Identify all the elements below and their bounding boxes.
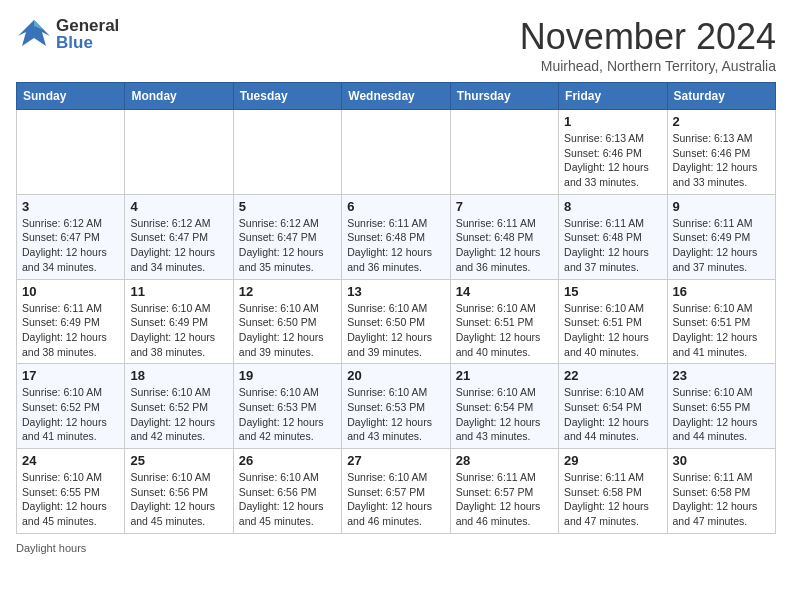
footer-text: Daylight hours bbox=[16, 542, 86, 554]
day-number: 28 bbox=[456, 453, 553, 468]
calendar-cell: 6Sunrise: 6:11 AM Sunset: 6:48 PM Daylig… bbox=[342, 194, 450, 279]
day-info: Sunrise: 6:10 AM Sunset: 6:50 PM Dayligh… bbox=[239, 301, 336, 360]
calendar-cell: 11Sunrise: 6:10 AM Sunset: 6:49 PM Dayli… bbox=[125, 279, 233, 364]
day-info: Sunrise: 6:11 AM Sunset: 6:49 PM Dayligh… bbox=[673, 216, 770, 275]
day-info: Sunrise: 6:12 AM Sunset: 6:47 PM Dayligh… bbox=[22, 216, 119, 275]
calendar-cell: 23Sunrise: 6:10 AM Sunset: 6:55 PM Dayli… bbox=[667, 364, 775, 449]
day-info: Sunrise: 6:10 AM Sunset: 6:51 PM Dayligh… bbox=[673, 301, 770, 360]
day-number: 27 bbox=[347, 453, 444, 468]
day-info: Sunrise: 6:11 AM Sunset: 6:57 PM Dayligh… bbox=[456, 470, 553, 529]
day-info: Sunrise: 6:10 AM Sunset: 6:54 PM Dayligh… bbox=[456, 385, 553, 444]
calendar-cell: 10Sunrise: 6:11 AM Sunset: 6:49 PM Dayli… bbox=[17, 279, 125, 364]
calendar-cell: 8Sunrise: 6:11 AM Sunset: 6:48 PM Daylig… bbox=[559, 194, 667, 279]
day-info: Sunrise: 6:11 AM Sunset: 6:48 PM Dayligh… bbox=[347, 216, 444, 275]
calendar-day-header: Thursday bbox=[450, 83, 558, 110]
calendar-cell: 25Sunrise: 6:10 AM Sunset: 6:56 PM Dayli… bbox=[125, 449, 233, 534]
day-number: 17 bbox=[22, 368, 119, 383]
calendar-cell: 26Sunrise: 6:10 AM Sunset: 6:56 PM Dayli… bbox=[233, 449, 341, 534]
calendar-cell: 18Sunrise: 6:10 AM Sunset: 6:52 PM Dayli… bbox=[125, 364, 233, 449]
day-info: Sunrise: 6:10 AM Sunset: 6:54 PM Dayligh… bbox=[564, 385, 661, 444]
calendar-cell: 12Sunrise: 6:10 AM Sunset: 6:50 PM Dayli… bbox=[233, 279, 341, 364]
day-info: Sunrise: 6:10 AM Sunset: 6:50 PM Dayligh… bbox=[347, 301, 444, 360]
day-info: Sunrise: 6:13 AM Sunset: 6:46 PM Dayligh… bbox=[673, 131, 770, 190]
calendar-week-row: 17Sunrise: 6:10 AM Sunset: 6:52 PM Dayli… bbox=[17, 364, 776, 449]
calendar-day-header: Tuesday bbox=[233, 83, 341, 110]
logo-bird-icon bbox=[16, 16, 52, 52]
day-info: Sunrise: 6:10 AM Sunset: 6:52 PM Dayligh… bbox=[22, 385, 119, 444]
day-number: 11 bbox=[130, 284, 227, 299]
day-info: Sunrise: 6:11 AM Sunset: 6:48 PM Dayligh… bbox=[564, 216, 661, 275]
day-number: 10 bbox=[22, 284, 119, 299]
calendar-cell: 19Sunrise: 6:10 AM Sunset: 6:53 PM Dayli… bbox=[233, 364, 341, 449]
calendar-cell bbox=[233, 110, 341, 195]
day-number: 26 bbox=[239, 453, 336, 468]
calendar-cell: 14Sunrise: 6:10 AM Sunset: 6:51 PM Dayli… bbox=[450, 279, 558, 364]
calendar-cell: 7Sunrise: 6:11 AM Sunset: 6:48 PM Daylig… bbox=[450, 194, 558, 279]
day-info: Sunrise: 6:10 AM Sunset: 6:51 PM Dayligh… bbox=[456, 301, 553, 360]
calendar-cell: 9Sunrise: 6:11 AM Sunset: 6:49 PM Daylig… bbox=[667, 194, 775, 279]
day-number: 29 bbox=[564, 453, 661, 468]
calendar-cell: 30Sunrise: 6:11 AM Sunset: 6:58 PM Dayli… bbox=[667, 449, 775, 534]
day-info: Sunrise: 6:10 AM Sunset: 6:53 PM Dayligh… bbox=[239, 385, 336, 444]
day-info: Sunrise: 6:12 AM Sunset: 6:47 PM Dayligh… bbox=[130, 216, 227, 275]
calendar-cell: 27Sunrise: 6:10 AM Sunset: 6:57 PM Dayli… bbox=[342, 449, 450, 534]
day-info: Sunrise: 6:10 AM Sunset: 6:52 PM Dayligh… bbox=[130, 385, 227, 444]
calendar-cell: 5Sunrise: 6:12 AM Sunset: 6:47 PM Daylig… bbox=[233, 194, 341, 279]
day-info: Sunrise: 6:10 AM Sunset: 6:57 PM Dayligh… bbox=[347, 470, 444, 529]
day-number: 16 bbox=[673, 284, 770, 299]
calendar-cell: 15Sunrise: 6:10 AM Sunset: 6:51 PM Dayli… bbox=[559, 279, 667, 364]
calendar-day-header: Saturday bbox=[667, 83, 775, 110]
day-info: Sunrise: 6:11 AM Sunset: 6:58 PM Dayligh… bbox=[564, 470, 661, 529]
calendar-cell: 29Sunrise: 6:11 AM Sunset: 6:58 PM Dayli… bbox=[559, 449, 667, 534]
month-title: November 2024 bbox=[520, 16, 776, 58]
location-text: Muirhead, Northern Territory, Australia bbox=[520, 58, 776, 74]
logo: General Blue bbox=[16, 16, 119, 52]
footer: Daylight hours bbox=[16, 542, 776, 554]
calendar-cell: 1Sunrise: 6:13 AM Sunset: 6:46 PM Daylig… bbox=[559, 110, 667, 195]
day-number: 22 bbox=[564, 368, 661, 383]
day-number: 12 bbox=[239, 284, 336, 299]
day-number: 5 bbox=[239, 199, 336, 214]
calendar-cell: 17Sunrise: 6:10 AM Sunset: 6:52 PM Dayli… bbox=[17, 364, 125, 449]
calendar-cell: 28Sunrise: 6:11 AM Sunset: 6:57 PM Dayli… bbox=[450, 449, 558, 534]
calendar-cell: 2Sunrise: 6:13 AM Sunset: 6:46 PM Daylig… bbox=[667, 110, 775, 195]
calendar-week-row: 10Sunrise: 6:11 AM Sunset: 6:49 PM Dayli… bbox=[17, 279, 776, 364]
calendar-cell: 22Sunrise: 6:10 AM Sunset: 6:54 PM Dayli… bbox=[559, 364, 667, 449]
day-info: Sunrise: 6:10 AM Sunset: 6:51 PM Dayligh… bbox=[564, 301, 661, 360]
calendar-cell: 13Sunrise: 6:10 AM Sunset: 6:50 PM Dayli… bbox=[342, 279, 450, 364]
day-info: Sunrise: 6:10 AM Sunset: 6:49 PM Dayligh… bbox=[130, 301, 227, 360]
day-number: 21 bbox=[456, 368, 553, 383]
calendar-day-header: Monday bbox=[125, 83, 233, 110]
calendar-cell: 4Sunrise: 6:12 AM Sunset: 6:47 PM Daylig… bbox=[125, 194, 233, 279]
calendar-cell: 21Sunrise: 6:10 AM Sunset: 6:54 PM Dayli… bbox=[450, 364, 558, 449]
day-number: 19 bbox=[239, 368, 336, 383]
day-number: 23 bbox=[673, 368, 770, 383]
calendar-cell: 3Sunrise: 6:12 AM Sunset: 6:47 PM Daylig… bbox=[17, 194, 125, 279]
calendar-day-header: Wednesday bbox=[342, 83, 450, 110]
day-number: 6 bbox=[347, 199, 444, 214]
logo-general-text: General bbox=[56, 17, 119, 34]
day-number: 18 bbox=[130, 368, 227, 383]
title-section: November 2024 Muirhead, Northern Territo… bbox=[520, 16, 776, 74]
day-number: 8 bbox=[564, 199, 661, 214]
calendar-cell: 20Sunrise: 6:10 AM Sunset: 6:53 PM Dayli… bbox=[342, 364, 450, 449]
day-number: 25 bbox=[130, 453, 227, 468]
calendar-week-row: 24Sunrise: 6:10 AM Sunset: 6:55 PM Dayli… bbox=[17, 449, 776, 534]
page-header: General Blue November 2024 Muirhead, Nor… bbox=[16, 16, 776, 74]
calendar-week-row: 3Sunrise: 6:12 AM Sunset: 6:47 PM Daylig… bbox=[17, 194, 776, 279]
day-info: Sunrise: 6:10 AM Sunset: 6:55 PM Dayligh… bbox=[22, 470, 119, 529]
calendar-header-row: SundayMondayTuesdayWednesdayThursdayFrid… bbox=[17, 83, 776, 110]
day-info: Sunrise: 6:10 AM Sunset: 6:56 PM Dayligh… bbox=[130, 470, 227, 529]
calendar-table: SundayMondayTuesdayWednesdayThursdayFrid… bbox=[16, 82, 776, 534]
day-number: 24 bbox=[22, 453, 119, 468]
day-number: 15 bbox=[564, 284, 661, 299]
day-info: Sunrise: 6:12 AM Sunset: 6:47 PM Dayligh… bbox=[239, 216, 336, 275]
calendar-cell: 16Sunrise: 6:10 AM Sunset: 6:51 PM Dayli… bbox=[667, 279, 775, 364]
day-info: Sunrise: 6:10 AM Sunset: 6:55 PM Dayligh… bbox=[673, 385, 770, 444]
day-info: Sunrise: 6:11 AM Sunset: 6:48 PM Dayligh… bbox=[456, 216, 553, 275]
day-info: Sunrise: 6:13 AM Sunset: 6:46 PM Dayligh… bbox=[564, 131, 661, 190]
calendar-week-row: 1Sunrise: 6:13 AM Sunset: 6:46 PM Daylig… bbox=[17, 110, 776, 195]
day-info: Sunrise: 6:10 AM Sunset: 6:53 PM Dayligh… bbox=[347, 385, 444, 444]
day-number: 2 bbox=[673, 114, 770, 129]
calendar-day-header: Sunday bbox=[17, 83, 125, 110]
